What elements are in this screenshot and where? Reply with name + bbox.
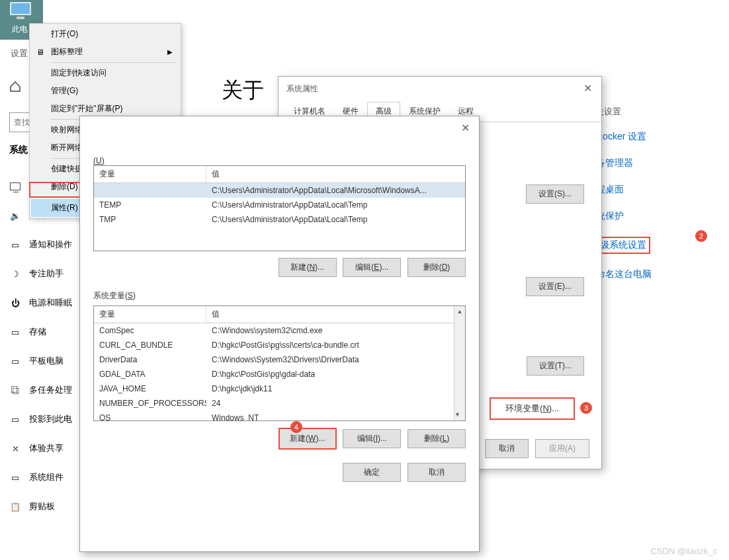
table-row[interactable]: GDAL_DATAD:\hgkc\PostGis\pg\gdal-data	[94, 367, 465, 381]
sidebar-item-project[interactable]: ▭投影到此电	[0, 405, 93, 434]
envvars-close-icon[interactable]: ✕	[461, 122, 470, 134]
display-icon	[9, 180, 21, 192]
sidebar-item-focus[interactable]: ☽专注助手	[0, 259, 93, 288]
clipboard-icon: 📋	[9, 500, 21, 512]
envvars-ok-button[interactable]: 确定	[343, 463, 401, 482]
col-variable[interactable]: 变量	[94, 166, 206, 182]
envvars-cancel-button[interactable]: 取消	[407, 463, 466, 482]
badge-2: 2	[695, 230, 707, 242]
table-row[interactable]: ComSpecC:\Windows\system32\cmd.exe	[94, 323, 465, 338]
menu-item-icon: 🖥	[34, 48, 46, 57]
submenu-arrow-icon: ▶	[167, 48, 173, 56]
system-vars-label: 系统变量(S)	[93, 290, 466, 301]
multitask-icon: ⿻	[9, 384, 21, 396]
sysprops-cancel-button[interactable]: 取消	[485, 439, 529, 458]
storage-icon: ▭	[9, 326, 21, 338]
system-edit-button[interactable]: 编辑(I)...	[343, 429, 401, 448]
sidebar-item-share[interactable]: ⤬体验共享	[0, 434, 93, 463]
this-pc-label: 此电	[12, 24, 28, 35]
sidebar-item-tablet[interactable]: ▭平板电脑	[0, 346, 93, 376]
sidebar-category-title: 系统	[9, 144, 28, 156]
table-row[interactable]: CURL_CA_BUNDLED:\hgkc\PostGis\pg\ssl\cer…	[94, 338, 465, 352]
settings-sidebar: 🔉声音 ▭通知和操作 ☽专注助手 ⏻电源和睡眠 ▭存储 ▭平板电脑 ⿻多任务处理…	[0, 172, 93, 521]
system-new-button[interactable]: 新建(W)...	[279, 428, 337, 450]
sidebar-item-storage[interactable]: ▭存储	[0, 317, 93, 346]
system-vars-table[interactable]: 变量 值 ComSpecC:\Windows\system32\cmd.exeC…	[93, 305, 466, 421]
link-remote-desktop[interactable]: 远程桌面	[587, 184, 693, 196]
userprofile-settings-button[interactable]: 设置(E)...	[526, 277, 584, 296]
focus-icon: ☽	[9, 268, 21, 280]
sidebar-item-components[interactable]: ▭系统组件	[0, 463, 93, 492]
table-row[interactable]: C:\Users\Administrator\AppData\Local\Mic…	[94, 183, 465, 198]
user-edit-button[interactable]: 编辑(E)...	[343, 258, 401, 277]
table-row[interactable]: DriverDataC:\Windows\System32\Drivers\Dr…	[94, 352, 465, 367]
sysprops-close-icon[interactable]: ✕	[583, 82, 592, 95]
context-menu-item[interactable]: 管理(G)	[31, 82, 179, 100]
project-icon: ▭	[9, 413, 21, 425]
sys-scrollbar[interactable]: ▲ ▼	[454, 306, 465, 420]
components-icon: ▭	[9, 471, 21, 483]
sysprops-apply-button[interactable]: 应用(A)	[535, 439, 589, 458]
related-settings: 相关设置 BitLocker 设置 设备管理器 远程桌面 系统保护 高级系统设置…	[587, 106, 693, 295]
settings-header: 设置	[11, 48, 28, 60]
context-menu-item[interactable]: 打开(O)	[31, 25, 179, 43]
link-rename-pc[interactable]: 重命名这台电脑	[587, 268, 693, 280]
user-vars-label-suffix: (U)	[93, 156, 105, 165]
context-menu-item[interactable]: 🖥图标整理▶	[31, 43, 179, 61]
sidebar-item-multitask[interactable]: ⿻多任务处理	[0, 376, 93, 405]
link-device-manager[interactable]: 设备管理器	[587, 157, 693, 169]
env-vars-button[interactable]: 环境变量(N)...	[490, 397, 575, 420]
col-value-sys[interactable]: 值	[206, 306, 465, 323]
table-row[interactable]: TMPC:\Users\Administrator\AppData\Local\…	[94, 212, 465, 227]
power-icon: ⏻	[9, 297, 21, 309]
sidebar-item-notifications[interactable]: ▭通知和操作	[0, 230, 93, 259]
sidebar-item-clipboard[interactable]: 📋剪贴板	[0, 492, 93, 521]
user-delete-button[interactable]: 删除(D)	[407, 258, 466, 277]
table-row[interactable]: TEMPC:\Users\Administrator\AppData\Local…	[94, 198, 465, 212]
notify-icon: ▭	[9, 239, 21, 251]
table-row[interactable]: JAVA_HOMED:\hgkc\jdk\jdk11	[94, 381, 465, 396]
table-row[interactable]: OSWindows_NT	[94, 411, 465, 421]
col-value[interactable]: 值	[206, 166, 465, 182]
related-title: 相关设置	[587, 106, 693, 118]
user-vars-table[interactable]: 变量 值 C:\Users\Administrator\AppData\Loca…	[93, 165, 466, 251]
sidebar-item-power[interactable]: ⏻电源和睡眠	[0, 288, 93, 317]
context-menu-item[interactable]: 固定到"开始"屏幕(P)	[31, 100, 179, 118]
startup-settings-button[interactable]: 设置(T)...	[527, 356, 584, 376]
this-pc-icon[interactable]	[10, 2, 32, 22]
env-vars-dialog: ✕ (U) 变量 值 C:\Users\Administrator\AppDat…	[79, 116, 480, 552]
system-delete-button[interactable]: 删除(L)	[407, 429, 466, 448]
badge-4: 4	[290, 421, 302, 433]
scroll-up-icon[interactable]: ▲	[454, 306, 465, 317]
context-menu-item[interactable]: 固定到快速访问	[31, 64, 179, 82]
svg-rect-0	[11, 3, 30, 15]
watermark: CSDN @liaozk_c	[650, 546, 717, 556]
user-new-button[interactable]: 新建(N)...	[279, 258, 337, 277]
sysprops-title: 系统属性	[279, 77, 601, 101]
table-row[interactable]: NUMBER_OF_PROCESSORS24	[94, 396, 465, 411]
col-variable-sys[interactable]: 变量	[94, 306, 206, 323]
home-icon[interactable]	[9, 81, 21, 95]
about-heading: 关于	[222, 76, 264, 105]
scroll-down-icon[interactable]: ▼	[454, 409, 460, 420]
svg-rect-1	[17, 17, 24, 19]
badge-3: 3	[580, 402, 592, 414]
sound-icon: 🔉	[9, 210, 21, 221]
link-bitlocker[interactable]: BitLocker 设置	[587, 131, 693, 143]
link-system-protection[interactable]: 系统保护	[587, 210, 693, 222]
tablet-icon: ▭	[9, 355, 21, 367]
perf-settings-button[interactable]: 设置(S)...	[526, 184, 584, 204]
share-icon: ⤬	[9, 442, 21, 454]
